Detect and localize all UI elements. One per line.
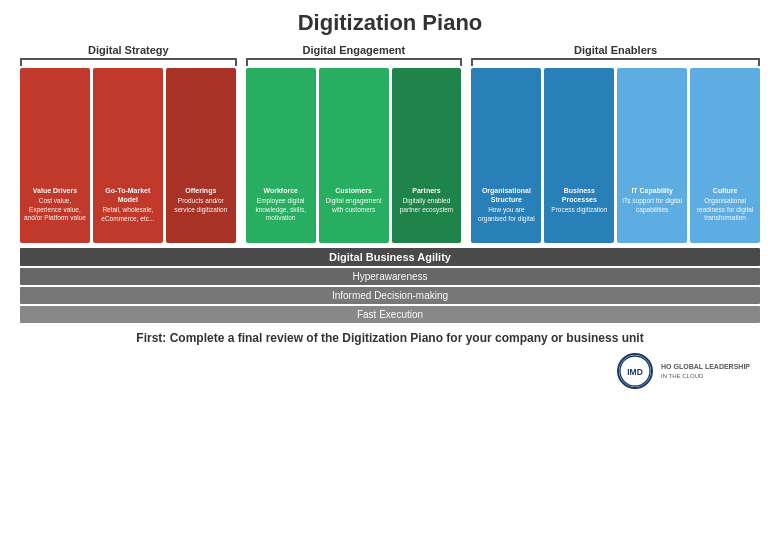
col-partners: Partners Digitally enabled partner ecosy… [392, 68, 462, 243]
col-workforce-desc: Employee digital knowledge, skills, moti… [249, 197, 313, 222]
fast-execution-text: Fast Execution [357, 309, 423, 320]
col-culture-desc: Organisational readiness for digital tra… [693, 197, 757, 222]
page-title: Digitization Piano [20, 10, 760, 36]
col-workforce-label: Workforce [249, 186, 313, 195]
category-enablers-label: Digital Enablers [574, 44, 657, 56]
col-it-capability-label: IT Capability [620, 186, 684, 195]
col-workforce: Workforce Employee digital knowledge, sk… [246, 68, 316, 243]
col-business-processes-desc: Process digitization [547, 206, 611, 214]
col-offerings-label: Offerings [169, 186, 233, 195]
hol-logo: HO GLOBAL LEADERSHIP IN THE CLOUD [661, 362, 750, 380]
col-offerings: Offerings Products and/or service digiti… [166, 68, 236, 243]
col-partners-desc: Digitally enabled partner ecosystem [395, 197, 459, 214]
hyperawareness-text: Hyperawareness [352, 271, 427, 282]
col-offerings-desc: Products and/or service digitization [169, 197, 233, 214]
page: Digitization Piano Digital Strategy Digi… [0, 0, 780, 540]
bottom-text: First: Complete a final review of the Di… [20, 331, 760, 345]
informed-row: Informed Decision-making [20, 287, 760, 304]
col-go-to-market-desc: Retail, wholesale, eCommerce, etc... [96, 206, 160, 223]
col-value-drivers-label: Value Drivers [23, 186, 87, 195]
col-customers: Customers Digital engagement with custom… [319, 68, 389, 243]
col-partners-label: Partners [395, 186, 459, 195]
col-value-drivers-desc: Cost value, Experience value, and/or Pla… [23, 197, 87, 222]
imd-circle: IMD [617, 353, 653, 389]
svg-text:IMD: IMD [627, 367, 643, 377]
digital-business-section: Digital Business Agility [20, 248, 760, 266]
col-go-to-market: Go-To-Market Model Retail, wholesale, eC… [93, 68, 163, 243]
col-business-processes: Business Processes Process digitization [544, 68, 614, 243]
col-org-structure-label: Organisational Structure [474, 186, 538, 204]
hol-logo-line1: HO GLOBAL LEADERSHIP [661, 362, 750, 372]
hyperawareness-row: Hyperawareness [20, 268, 760, 285]
col-business-processes-label: Business Processes [547, 186, 611, 204]
category-strategy-label: Digital Strategy [88, 44, 169, 56]
col-go-to-market-label: Go-To-Market Model [96, 186, 160, 204]
footer: IMD HO GLOBAL LEADERSHIP IN THE CLOUD [20, 353, 760, 389]
col-customers-label: Customers [322, 186, 386, 195]
imd-logo: IMD [617, 353, 653, 389]
col-culture: Culture Organisational readiness for dig… [690, 68, 760, 243]
col-it-capability: IT Capability ITs support for digital ca… [617, 68, 687, 243]
fast-execution-row: Fast Execution [20, 306, 760, 323]
col-org-structure-desc: How you are organised for digital [474, 206, 538, 223]
col-value-drivers: Value Drivers Cost value, Experience val… [20, 68, 90, 243]
category-engagement-label: Digital Engagement [303, 44, 406, 56]
informed-text: Informed Decision-making [332, 290, 448, 301]
col-org-structure: Organisational Structure How you are org… [471, 68, 541, 243]
hol-logo-line2: IN THE CLOUD [661, 372, 750, 380]
col-customers-desc: Digital engagement with customers [322, 197, 386, 214]
col-culture-label: Culture [693, 186, 757, 195]
col-it-capability-desc: ITs support for digital capabilities [620, 197, 684, 214]
digital-business-label: Digital Business Agility [329, 251, 451, 263]
